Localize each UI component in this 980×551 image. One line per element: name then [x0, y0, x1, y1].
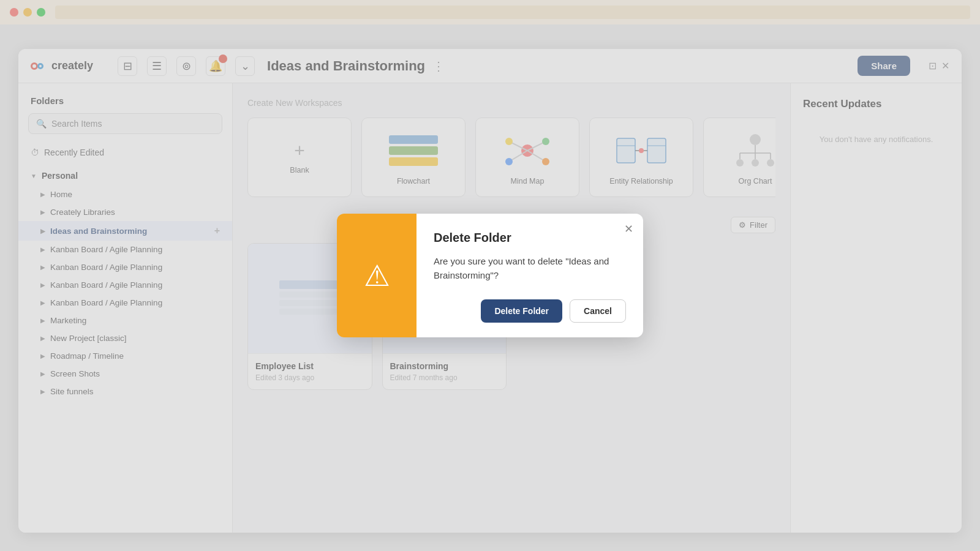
modal-content: ✕ Delete Folder Are you sure you want to…: [417, 214, 643, 337]
delete-modal: ⚠ ✕ Delete Folder Are you sure you want …: [337, 214, 643, 337]
warning-triangle-icon: ⚠: [364, 258, 390, 293]
cancel-button[interactable]: Cancel: [570, 299, 626, 323]
delete-folder-button[interactable]: Delete Folder: [481, 299, 562, 323]
modal-warning-panel: ⚠: [337, 214, 417, 337]
modal-overlay[interactable]: ⚠ ✕ Delete Folder Are you sure you want …: [0, 0, 980, 551]
modal-title: Delete Folder: [434, 231, 626, 245]
modal-close-button[interactable]: ✕: [624, 222, 633, 236]
modal-body: Are you sure you want to delete "Ideas a…: [434, 255, 626, 282]
modal-actions: Delete Folder Cancel: [434, 299, 626, 323]
